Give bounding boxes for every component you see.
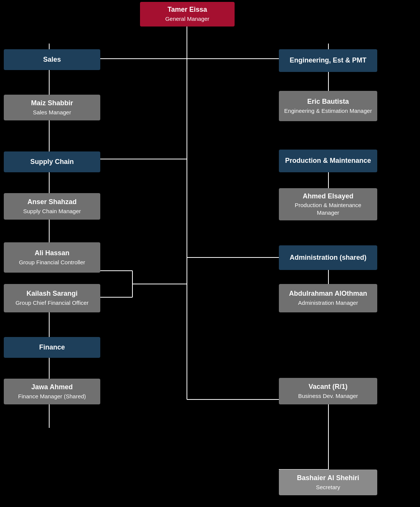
card-jawa: Jawa Ahmed Finance Manager (Shared): [4, 379, 100, 404]
card-anser: Anser Shahzad Supply Chain Manager: [4, 193, 100, 220]
card-finance: Finance: [4, 337, 100, 358]
card-tamer: Tamer Eissa General Manager: [140, 2, 235, 27]
card-supply-chain: Supply Chain: [4, 151, 100, 172]
card-production: Production & Maintenance: [279, 150, 377, 172]
card-administration: Administration (shared): [279, 245, 377, 270]
org-chart: Tamer Eissa General Manager Sales Maiz S…: [0, 0, 420, 507]
card-abdulrahman: Abdulrahman AlOthman Administration Mana…: [279, 284, 377, 312]
card-maiz: Maiz Shabbir Sales Manager: [4, 95, 100, 120]
card-bashaier: Bashaier Al Shehiri Secretary: [279, 470, 377, 495]
card-ahmed: Ahmed Elsayed Production & Maintenance M…: [279, 188, 377, 220]
card-vacant: Vacant (R/1) Business Dev. Manager: [279, 378, 377, 404]
card-engineering: Engineering, Est & PMT: [279, 49, 377, 72]
card-kailash: Kailash Sarangi Group Chief Financial Of…: [4, 284, 100, 312]
card-sales: Sales: [4, 49, 100, 70]
card-eric: Eric Bautista Engineering & Estimation M…: [279, 91, 377, 121]
card-ali-hassan: Ali Hassan Group Financial Controller: [4, 242, 100, 273]
